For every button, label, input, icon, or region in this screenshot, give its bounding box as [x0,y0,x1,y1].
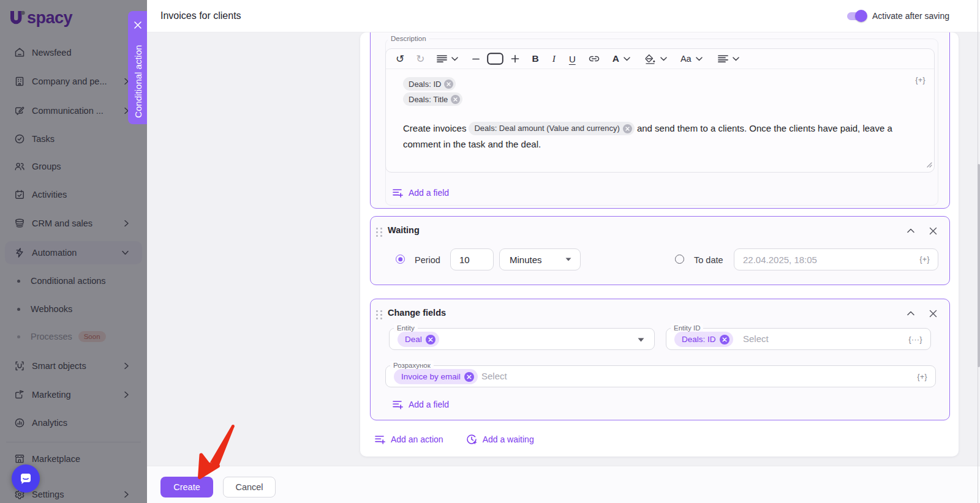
resize-handle-icon[interactable] [927,159,932,170]
activate-toggle-group: Activate after saving [847,11,949,21]
collapse-icon[interactable] [905,225,917,237]
add-field-link[interactable]: Add a field [393,188,449,198]
insert-variable-token[interactable]: {+} [917,373,927,381]
chip-remove-icon[interactable] [426,335,435,345]
change-fields-action-card: Change fields Entity Deal Entity ID Deal… [370,299,950,420]
entity-id-chip: Deals: ID [674,332,733,347]
add-waiting-link[interactable]: Add a waiting [466,434,534,445]
chip-remove-icon[interactable] [720,335,729,345]
playlist-add-icon [393,188,403,198]
chat-launcher[interactable] [12,464,40,493]
insert-variable-token[interactable]: {···} [908,335,922,344]
collapse-icon[interactable] [905,307,917,319]
add-actions-row: Add an action Add a waiting [375,434,534,445]
increase-font-icon[interactable] [511,54,519,63]
conditional-action-ribbon[interactable]: Conditional action [128,11,147,124]
field-chip: Deals: Deal amount (Value and currency) [469,122,635,135]
editor-content[interactable]: Deals: ID Deals: Title Create invoicesDe… [386,69,934,152]
calculation-field[interactable]: Розрахунок Invoice by email Select {+} [385,365,936,387]
modal-dim-overlay [0,0,147,503]
ribbon-label: Conditional action [132,45,143,117]
todate-input[interactable]: 22.04.2025, 18:05 {+} [734,248,938,270]
activate-toggle[interactable] [847,12,865,20]
add-field-link[interactable]: Add a field [393,400,449,409]
chevron-down-icon[interactable] [451,57,458,61]
select-arrow-icon [565,258,571,261]
insert-variable-token[interactable]: {+} [919,255,930,264]
activate-toggle-label: Activate after saving [872,11,949,21]
footer-bar: Create Cancel [147,466,980,503]
calculation-label: Розрахунок [390,361,434,370]
entity-id-label: Entity ID [671,324,703,332]
drag-handle-icon[interactable] [376,310,383,319]
header-bar: Invoices for clients Activate after savi… [147,0,980,32]
entity-label: Entity [394,324,418,332]
toggle-knob [855,10,867,22]
period-label: Period [415,255,440,265]
chip-remove-icon[interactable] [623,124,632,133]
paragraph-format-icon[interactable] [437,54,447,63]
calculation-chip: Invoice by email [394,369,478,384]
chat-bubble-icon [18,471,33,486]
chevron-down-icon[interactable] [660,57,667,61]
chevron-down-icon[interactable] [733,57,739,61]
todate-radio[interactable] [675,255,684,264]
chip-remove-icon[interactable] [451,95,460,104]
description-label: Description [388,34,429,43]
fill-color-icon[interactable] [644,54,656,64]
ribbon-close-icon[interactable] [134,21,141,29]
automation-panel: Description ↺ ↻ B I U A Aa [360,32,959,456]
field-chip: Deals: Title [403,92,462,106]
clock-plus-icon [466,434,477,445]
insert-variable-token[interactable]: {+} [915,76,925,84]
card-title: Change fields [388,308,446,318]
entity-field[interactable]: Entity Deal [389,328,655,350]
link-icon[interactable] [589,56,600,62]
entity-id-field[interactable]: Entity ID Deals: ID Select {···} [666,328,931,350]
chevron-down-icon[interactable] [624,57,630,61]
font-size-box-icon[interactable] [487,53,503,65]
card-title: Waiting [388,225,420,235]
period-unit-select[interactable]: Minutes [499,248,581,270]
bold-icon[interactable]: B [532,53,539,64]
create-button[interactable]: Create [160,477,213,497]
change-fields-card-header: Change fields [371,307,949,322]
select-arrow-icon [638,338,644,342]
cancel-button[interactable]: Cancel [223,477,276,497]
rich-text-editor[interactable]: ↺ ↻ B I U A Aa [385,48,935,173]
decrease-font-icon[interactable] [472,58,480,60]
close-icon[interactable] [927,225,939,237]
period-radio[interactable] [396,255,405,264]
waiting-action-card: Waiting Period 10 Minutes To date 22.04.… [370,216,950,285]
waiting-card-header: Waiting [371,225,949,239]
align-icon[interactable] [718,54,728,63]
editor-paragraph: Create invoicesDeals: Deal amount (Value… [403,121,921,152]
period-value-input[interactable]: 10 [450,248,494,270]
editor-toolbar: ↺ ↻ B I U A Aa [386,49,934,69]
scrollbar-thumb[interactable] [978,164,980,367]
undo-icon[interactable]: ↺ [396,54,404,64]
todate-label: To date [694,255,723,265]
playlist-add-icon [375,435,385,444]
field-chip: Deals: ID [403,77,456,91]
add-action-link[interactable]: Add an action [375,434,443,444]
chip-remove-icon[interactable] [464,372,474,382]
page-title: Invoices for clients [160,10,241,21]
playlist-add-icon [393,400,403,409]
close-icon[interactable] [927,307,939,319]
chip-remove-icon[interactable] [444,80,453,89]
chevron-down-icon[interactable] [696,57,703,61]
redo-icon[interactable]: ↻ [416,54,424,64]
underline-icon[interactable]: U [569,54,576,64]
italic-icon[interactable]: I [552,53,556,64]
letter-case-icon[interactable]: Aa [680,54,692,64]
drag-handle-icon[interactable] [376,228,383,237]
font-color-icon[interactable]: A [612,53,619,64]
entity-chip: Deal [398,332,439,347]
comment-action-card: Description ↺ ↻ B I U A Aa [370,32,950,209]
